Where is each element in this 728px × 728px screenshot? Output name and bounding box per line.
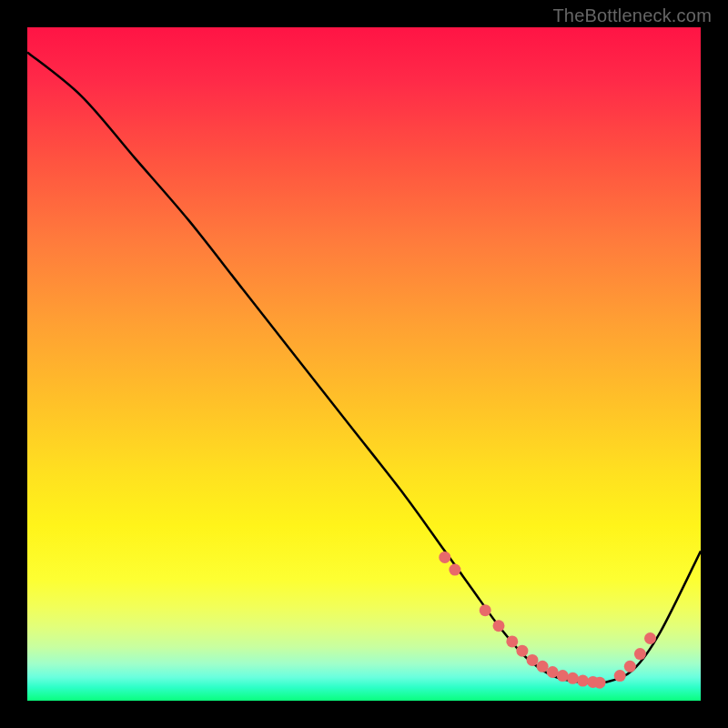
marker-dot (594, 677, 606, 689)
marker-dot (439, 551, 450, 563)
marker-dot (644, 632, 656, 644)
marker-dot (527, 654, 539, 666)
marker-dot (557, 670, 569, 682)
marker-dot (634, 648, 646, 660)
marker-dot (537, 661, 549, 672)
marker-dot (577, 675, 589, 687)
marker-dot (480, 604, 491, 616)
marker-dot (624, 661, 636, 672)
watermark-text: TheBottleneck.com (552, 5, 712, 26)
chart-svg (27, 27, 701, 701)
marker-group (439, 551, 656, 689)
marker-dot (449, 564, 460, 576)
marker-dot (493, 620, 505, 632)
curve-path (27, 52, 701, 682)
marker-dot (614, 670, 626, 682)
plot-area (27, 27, 701, 701)
marker-dot (567, 672, 579, 684)
marker-dot (547, 666, 559, 678)
marker-dot (516, 645, 528, 657)
marker-dot (506, 635, 518, 647)
